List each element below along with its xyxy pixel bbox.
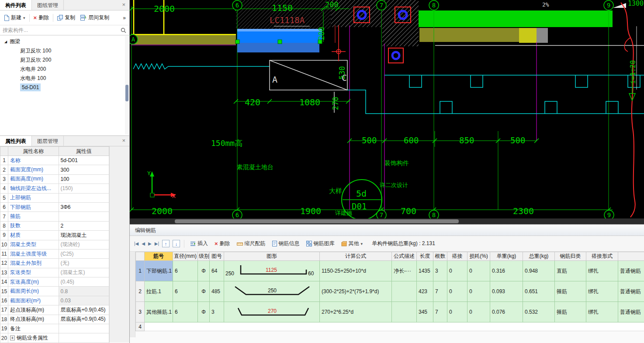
property-value[interactable]: 层底标高+0.9(0.45) xyxy=(59,315,109,324)
delete-row-button[interactable]: × 删除 xyxy=(213,239,232,248)
rebar-type-cell[interactable]: 普通钢筋 xyxy=(618,281,644,302)
rebar-lapform-cell[interactable]: 绑扎 xyxy=(586,281,618,302)
move-down-button[interactable]: ↓ xyxy=(173,240,180,247)
rebar-formula-cell[interactable]: 1150-25+250+10*d xyxy=(320,261,392,281)
close-icon[interactable]: × xyxy=(118,0,129,10)
copy-button[interactable]: 复制 xyxy=(55,13,77,23)
rebar-fig-cell[interactable]: 3 xyxy=(210,302,224,322)
rebar-lap-cell[interactable]: 0 xyxy=(447,281,467,302)
selected-beam-5d-d01[interactable] xyxy=(235,29,322,52)
tree-item[interactable]: 水电井 200 xyxy=(0,65,129,74)
property-value[interactable]: (混凝土泵) xyxy=(59,268,109,277)
delete-button[interactable]: × 删除 xyxy=(31,13,52,23)
nav-last-button[interactable]: ▶| xyxy=(155,241,159,246)
search-icon[interactable] xyxy=(121,28,126,33)
rebar-class-cell[interactable]: 箍筋 xyxy=(555,281,586,302)
expand-icon[interactable]: ◢ xyxy=(4,40,7,44)
toolbar-overflow-icon[interactable]: » xyxy=(123,15,128,21)
nav-prev-button[interactable]: ◀ xyxy=(142,241,145,246)
property-value[interactable]: (现浇砼) xyxy=(59,240,109,249)
rebar-dia-cell[interactable]: 6 xyxy=(173,302,198,322)
property-value[interactable]: 300 xyxy=(59,165,109,174)
property-value[interactable]: 100 xyxy=(59,174,109,184)
rebar-row-selected[interactable]: 1 下部钢筋.1 6 Φ 64 250 1125 60 1150-25+250+… xyxy=(136,261,644,281)
rebar-loss-cell[interactable]: 0 xyxy=(467,302,490,322)
rebar-dia-cell[interactable]: 6 xyxy=(173,281,198,302)
other-button[interactable]: 其他 ▾ xyxy=(339,239,365,248)
property-value[interactable]: 层底标高+0.9(0.45) xyxy=(59,305,109,315)
rebar-level-cell[interactable]: Φ xyxy=(198,281,210,302)
tree-node-ring-beam[interactable]: ◢圈梁 xyxy=(0,37,129,46)
rebar-name-cell[interactable]: 其他箍筋.1 xyxy=(145,302,173,322)
nav-first-button[interactable]: |◀ xyxy=(134,241,138,246)
rebar-dia-cell[interactable]: 6 xyxy=(173,261,198,281)
tab-component-list[interactable]: 构件列表 xyxy=(0,0,32,10)
tree-item[interactable]: 水电井 100 xyxy=(0,74,129,83)
tab-drawing-management[interactable]: 图纸管理 xyxy=(32,0,64,10)
property-value[interactable]: 2 xyxy=(59,221,109,230)
rebar-name-cell[interactable]: 拉筋.1 xyxy=(145,281,173,302)
property-value[interactable]: (150) xyxy=(59,184,109,193)
tree-scrollbar-thumb[interactable] xyxy=(125,85,128,101)
close-icon[interactable]: × xyxy=(118,136,129,146)
tree-item[interactable]: 厨卫反坎 100 xyxy=(0,46,129,55)
rebar-formula-cell[interactable]: (300-2*25)+2*(75+1.9*d) xyxy=(320,281,392,302)
property-value[interactable]: 5d-D01 xyxy=(59,156,109,165)
rebar-lapform-cell[interactable]: 绑扎 xyxy=(586,261,618,281)
cad-viewport[interactable]: 6 7 8 9 6 7 8 9 A 2000 1150 200 200 LC11… xyxy=(130,0,644,224)
rebar-row[interactable]: 2 拉筋.1 6 Φ 485 250 (300-2*25)+2*(75+1.9*… xyxy=(136,281,644,302)
rebar-library-button[interactable]: 钢筋图库 xyxy=(305,239,336,248)
cad-scrollbar-thumb[interactable] xyxy=(175,219,459,223)
property-value[interactable] xyxy=(59,212,109,221)
rebar-loss-cell[interactable]: 0 xyxy=(467,261,490,281)
rebar-formula-cell[interactable]: 270+2*6.25*d xyxy=(320,302,392,322)
rebar-name-cell[interactable]: 下部钢筋.1 xyxy=(145,261,173,281)
rebar-level-cell[interactable]: Φ xyxy=(198,302,210,322)
layer-copy-button[interactable]: 层间复制 xyxy=(78,13,111,23)
property-value[interactable]: 3Φ6 xyxy=(59,202,109,211)
rebar-level-cell[interactable]: Φ xyxy=(198,261,210,281)
rebar-count-cell[interactable]: 7 xyxy=(433,281,447,302)
rebar-type-cell[interactable]: 普通钢筋 xyxy=(618,261,644,281)
move-up-button[interactable]: ↑ xyxy=(162,240,170,247)
rebar-shape-cell[interactable]: 250 1125 60 xyxy=(224,261,320,281)
rebar-class-cell[interactable]: 直筋 xyxy=(555,261,586,281)
rebar-class-cell[interactable]: 箍筋 xyxy=(555,302,586,322)
rebar-row-empty[interactable]: 4 xyxy=(136,322,644,331)
property-value[interactable]: (0.45) xyxy=(59,277,109,287)
tree-item[interactable]: 厨卫反坎 200 xyxy=(0,55,129,65)
grip-handle[interactable] xyxy=(235,40,239,44)
rebar-lap-cell[interactable]: 0 xyxy=(447,302,467,322)
tree-scrollbar[interactable] xyxy=(125,36,129,135)
rebar-count-cell[interactable]: 3 xyxy=(433,261,447,281)
nav-next-button[interactable]: ▶ xyxy=(148,241,152,246)
grip-handle[interactable] xyxy=(278,40,282,44)
rebar-shape-cell[interactable]: 250 xyxy=(224,281,320,302)
rebar-count-cell[interactable]: 7 xyxy=(433,302,447,322)
rebar-shape-cell[interactable]: 270 xyxy=(224,302,320,322)
property-value[interactable] xyxy=(59,324,109,333)
rebar-fig-cell[interactable]: 64 xyxy=(210,261,224,281)
rebar-loss-cell[interactable]: 0 xyxy=(467,281,490,302)
search-input[interactable] xyxy=(0,26,121,35)
rebar-row[interactable]: 3 其他箍筋.1 6 Φ 3 270 270+2*6.25*d 345 7 0 … xyxy=(136,302,644,322)
new-button[interactable]: 新建 ▾ xyxy=(2,13,28,23)
property-value[interactable]: (无) xyxy=(59,259,109,268)
rebar-info-button[interactable]: 钢筋信息 xyxy=(270,239,301,248)
rebar-lap-cell[interactable]: 0 xyxy=(447,261,467,281)
property-value[interactable]: 现浇混凝土 xyxy=(59,231,109,240)
rebar-type-cell[interactable]: 普通钢筋 xyxy=(618,302,644,322)
rebar-lapform-cell[interactable]: 绑扎 xyxy=(586,302,618,322)
insert-button[interactable]: 插入 xyxy=(188,239,210,248)
property-value[interactable]: (C25) xyxy=(59,249,109,258)
expand-plus-icon[interactable]: + xyxy=(10,336,15,340)
tab-layer-management[interactable]: 图层管理 xyxy=(32,136,64,146)
cad-horizontal-scrollbar[interactable] xyxy=(130,218,644,224)
rebar-empty-cell[interactable] xyxy=(145,322,644,331)
tree-item-selected[interactable]: 5d-D01 xyxy=(0,83,129,92)
rebar-fig-cell[interactable]: 485 xyxy=(210,281,224,302)
tab-property-list[interactable]: 属性列表 xyxy=(0,136,32,146)
property-value[interactable] xyxy=(59,193,109,202)
green-slab-band[interactable] xyxy=(419,10,613,27)
scale-rebar-button[interactable]: 缩尺配筋 xyxy=(235,239,267,248)
